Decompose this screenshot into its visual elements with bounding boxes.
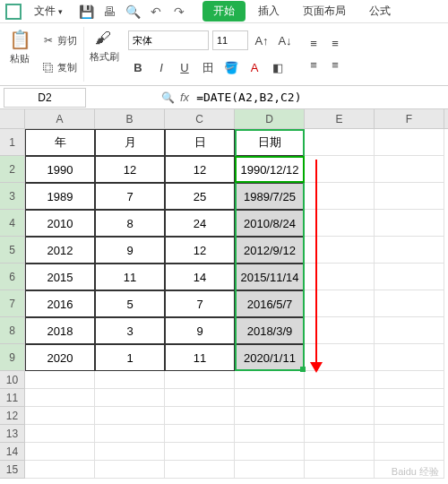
cell-C6[interactable]: 14 <box>165 264 235 290</box>
cell-C15[interactable] <box>165 461 235 479</box>
cell-B5[interactable]: 9 <box>95 237 165 264</box>
cell-C12[interactable] <box>165 407 235 425</box>
align-top-button[interactable]: ≡ <box>304 34 323 54</box>
cell-C9[interactable]: 11 <box>165 344 235 371</box>
cell-B9[interactable]: 1 <box>95 344 165 371</box>
cell-B2[interactable]: 12 <box>95 156 165 183</box>
cell-E1[interactable] <box>305 129 375 156</box>
cell-C14[interactable] <box>165 443 235 461</box>
cell-F9[interactable] <box>375 344 444 371</box>
italic-button[interactable]: I <box>151 58 171 78</box>
cell-D10[interactable] <box>235 371 305 389</box>
cell-A15[interactable] <box>25 461 95 479</box>
cell-B3[interactable]: 7 <box>95 183 165 210</box>
cell-B13[interactable] <box>95 425 165 443</box>
print-icon[interactable]: 🖶 <box>102 4 116 19</box>
cell-F10[interactable] <box>375 371 444 389</box>
cell-D6[interactable]: 2015/11/14 <box>235 264 305 290</box>
border-button[interactable]: 田 <box>198 58 218 78</box>
cell-E10[interactable] <box>305 371 375 389</box>
font-name-select[interactable] <box>128 30 209 50</box>
cell-F13[interactable] <box>375 425 444 443</box>
cell-A14[interactable] <box>25 443 95 461</box>
cell-B10[interactable] <box>95 371 165 389</box>
cell-A2[interactable]: 1990 <box>25 156 95 183</box>
copy-button[interactable]: ⿻复制 <box>39 60 80 75</box>
col-header-B[interactable]: B <box>95 109 165 128</box>
cell-C10[interactable] <box>165 371 235 389</box>
cell-E6[interactable] <box>305 264 375 290</box>
align-middle-button[interactable]: ≡ <box>325 34 345 54</box>
cell-A12[interactable] <box>25 407 95 425</box>
font-color-button[interactable]: A <box>245 58 264 78</box>
cell-A1[interactable]: 年 <box>25 129 95 156</box>
row-header[interactable]: 2 <box>0 156 25 183</box>
row-header[interactable]: 10 <box>0 371 25 389</box>
cell-F7[interactable] <box>375 290 444 317</box>
cell-F12[interactable] <box>375 407 444 425</box>
cell-D7[interactable]: 2016/5/7 <box>235 290 305 317</box>
cell-D2[interactable]: 1990/12/12 <box>235 156 305 183</box>
cell-B12[interactable] <box>95 407 165 425</box>
col-header-F[interactable]: F <box>375 109 444 128</box>
cell-F8[interactable] <box>375 317 444 344</box>
fx-icon[interactable]: fx <box>180 91 189 104</box>
cell-C2[interactable]: 12 <box>165 156 235 183</box>
cell-E14[interactable] <box>305 443 375 461</box>
cell-A10[interactable] <box>25 371 95 389</box>
cell-B4[interactable]: 8 <box>95 210 165 237</box>
increase-font-button[interactable]: A↑ <box>252 30 271 50</box>
save-icon[interactable]: 💾 <box>79 4 93 19</box>
row-header[interactable]: 9 <box>0 344 25 371</box>
select-all-corner[interactable] <box>0 109 25 128</box>
cell-B1[interactable]: 月 <box>95 129 165 156</box>
name-box[interactable] <box>4 88 86 108</box>
tab-insert[interactable]: 插入 <box>247 1 290 22</box>
cell-B6[interactable]: 11 <box>95 264 165 290</box>
cell-D12[interactable] <box>235 407 305 425</box>
cell-E5[interactable] <box>305 237 375 264</box>
cell-B7[interactable]: 5 <box>95 290 165 317</box>
cell-A13[interactable] <box>25 425 95 443</box>
cell-A4[interactable]: 2010 <box>25 210 95 237</box>
row-header[interactable]: 8 <box>0 317 25 344</box>
search-icon[interactable]: 🔍 <box>161 91 175 104</box>
col-header-E[interactable]: E <box>305 109 375 128</box>
cell-F2[interactable] <box>375 156 444 183</box>
cell-D14[interactable] <box>235 443 305 461</box>
cell-E11[interactable] <box>305 389 375 407</box>
row-header[interactable]: 3 <box>0 183 25 210</box>
align-center-button[interactable]: ≡ <box>325 56 345 75</box>
col-header-C[interactable]: C <box>165 109 235 128</box>
cell-E3[interactable] <box>305 183 375 210</box>
cell-A3[interactable]: 1989 <box>25 183 95 210</box>
cell-D11[interactable] <box>235 389 305 407</box>
cell-E12[interactable] <box>305 407 375 425</box>
cell-E8[interactable] <box>305 317 375 344</box>
cell-E7[interactable] <box>305 290 375 317</box>
cut-button[interactable]: ✂剪切 <box>39 33 80 48</box>
row-header[interactable]: 12 <box>0 407 25 425</box>
format-painter-button[interactable]: 🖌 格式刷 <box>86 27 123 82</box>
row-header[interactable]: 4 <box>0 210 25 237</box>
cell-D3[interactable]: 1989/7/25 <box>235 183 305 210</box>
row-header[interactable]: 6 <box>0 264 25 290</box>
undo-icon[interactable]: ↶ <box>149 4 163 19</box>
cell-C3[interactable]: 25 <box>165 183 235 210</box>
cell-E4[interactable] <box>305 210 375 237</box>
cell-D9[interactable]: 2020/1/11 <box>235 344 305 371</box>
row-header[interactable]: 1 <box>0 129 25 156</box>
cell-D4[interactable]: 2010/8/24 <box>235 210 305 237</box>
paste-button[interactable]: 📋 粘贴 <box>5 27 34 82</box>
cell-A6[interactable]: 2015 <box>25 264 95 290</box>
cell-F4[interactable] <box>375 210 444 237</box>
cell-A7[interactable]: 2016 <box>25 290 95 317</box>
align-left-button[interactable]: ≡ <box>304 56 323 75</box>
row-header[interactable]: 15 <box>0 461 25 479</box>
row-header[interactable]: 5 <box>0 237 25 264</box>
font-size-select[interactable] <box>212 30 248 50</box>
tab-start[interactable]: 开始 <box>202 1 246 22</box>
cell-B11[interactable] <box>95 389 165 407</box>
cell-C5[interactable]: 12 <box>165 237 235 264</box>
cell-A9[interactable]: 2020 <box>25 344 95 371</box>
